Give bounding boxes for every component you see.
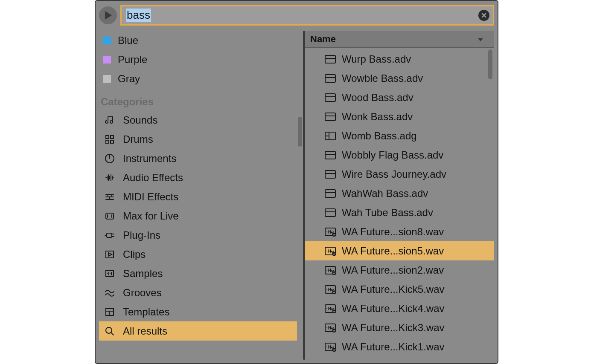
preset-icon [324,55,337,64]
file-row[interactable]: Wobbly Flag Bass.adv [305,145,494,165]
category-label: Sounds [123,114,157,126]
category-label: Plug-Ins [123,229,160,241]
file-name: WA Future...sion5.wav [342,245,444,257]
file-name: Womb Bass.adg [342,130,417,142]
search-input-text[interactable]: bass [126,9,151,22]
color-tag-label: Blue [118,35,138,46]
svg-rect-16 [325,151,335,159]
svg-rect-14 [325,113,335,121]
category-max-for-live[interactable]: Max for Live [99,206,297,225]
top-bar: bass [99,4,494,26]
file-row[interactable]: WA Future...sion5.wav [305,241,494,260]
results-pane: Name Wurp Bass.adv Wowble Bass.adv Wood … [305,31,494,360]
results-scrollbar[interactable] [488,49,492,79]
preset-icon [324,112,337,121]
wav-icon [324,285,337,294]
category-audio-effects[interactable]: Audio Effects [99,168,297,187]
category-clips[interactable]: Clips [99,245,297,264]
preview-play-button[interactable] [99,6,117,24]
color-swatch-icon [103,37,111,44]
file-name: Wah Tube Bass.adv [342,207,433,219]
midifx-icon [103,191,116,202]
sort-indicator-icon [477,34,484,45]
svg-rect-19 [325,209,335,217]
color-tag-purple[interactable]: Purple [99,50,297,69]
color-tag-gray[interactable]: Gray [99,69,297,88]
category-label: All results [123,325,167,337]
file-name: WahWah Bass.adv [342,188,428,199]
wav-icon [324,323,337,332]
preset-icon [324,208,337,217]
file-name: WA Future...sion2.wav [342,264,444,276]
panes: Blue Purple Gray Categories Sounds Drums… [99,31,494,360]
file-name: Wobbly Flag Bass.adv [342,149,443,161]
audiofx-icon [103,172,116,183]
drums-icon [103,134,116,145]
results-header[interactable]: Name [305,31,494,48]
column-header-name: Name [310,34,336,45]
wav-icon [324,246,337,256]
svg-rect-6 [107,233,112,237]
sidebar: Blue Purple Gray Categories Sounds Drums… [99,31,303,360]
wav-icon [324,227,337,237]
file-row[interactable]: Wire Bass Journey.adv [305,165,494,184]
wav-icon [324,304,337,313]
file-row[interactable]: Wowble Bass.adv [305,69,494,88]
category-label: Samples [123,268,163,280]
preset-icon [324,189,337,198]
file-row[interactable]: WahWah Bass.adv [305,184,494,203]
color-tag-blue[interactable]: Blue [99,31,297,50]
category-label: Templates [123,306,169,318]
category-label: Audio Effects [123,172,183,184]
svg-rect-11 [325,55,335,63]
category-label: Max for Live [123,210,179,222]
category-label: Drums [123,133,153,145]
category-templates[interactable]: Templates [99,302,297,321]
svg-rect-17 [325,170,335,178]
file-name: WA Future...Kick3.wav [342,322,445,334]
category-plug-ins[interactable]: Plug-Ins [99,225,297,245]
wav-icon [324,266,337,275]
file-name: WA Future...Kick4.wav [342,303,445,315]
file-row[interactable]: Womb Bass.adg [305,126,494,145]
svg-rect-3 [111,140,114,143]
preset-icon [324,170,337,179]
category-sounds[interactable]: Sounds [99,110,297,130]
clips-icon [103,249,116,260]
file-row[interactable]: WA Future...Kick3.wav [305,318,494,337]
file-row[interactable]: WA Future...sion8.wav [305,222,494,241]
file-name: WA Future...Kick5.wav [342,283,445,295]
preset-icon [324,93,337,102]
file-row[interactable]: WA Future...Kick1.wav [305,337,494,356]
file-name: WA Future...sion8.wav [342,226,444,238]
sounds-icon [103,115,116,126]
categories-header: Categories [99,88,297,110]
category-midi-effects[interactable]: MIDI Effects [99,187,297,206]
search-field[interactable]: bass [120,5,494,26]
category-samples[interactable]: Samples [99,264,297,283]
svg-rect-0 [106,136,109,139]
category-label: Grooves [123,287,162,299]
file-name: Wowble Bass.adv [342,72,423,84]
category-drums[interactable]: Drums [99,130,297,149]
file-row[interactable]: Wah Tube Bass.adv [305,203,494,222]
file-name: Wood Bass.adv [342,92,413,104]
preset-icon [324,150,337,160]
templates-icon [103,306,116,318]
color-swatch-icon [103,56,111,64]
file-row[interactable]: WA Future...Kick5.wav [305,280,494,299]
file-row[interactable]: WA Future...sion2.wav [305,260,494,280]
browser-panel: bass Blue Purple Gray Categories Sounds … [95,0,498,364]
file-row[interactable]: WA Future...Kick4.wav [305,299,494,318]
samples-icon [103,268,116,279]
category-grooves[interactable]: Grooves [99,283,297,302]
file-row[interactable]: Wurp Bass.adv [305,49,494,69]
clear-search-button[interactable] [478,10,489,21]
category-all-results[interactable]: All results [99,321,297,341]
preset-icon [324,74,337,83]
category-instruments[interactable]: Instruments [99,149,297,168]
sidebar-scrollbar[interactable] [298,117,302,147]
file-row[interactable]: Wood Bass.adv [305,88,494,107]
file-name: Wurp Bass.adv [342,53,411,65]
file-row[interactable]: Wonk Bass.adv [305,107,494,126]
